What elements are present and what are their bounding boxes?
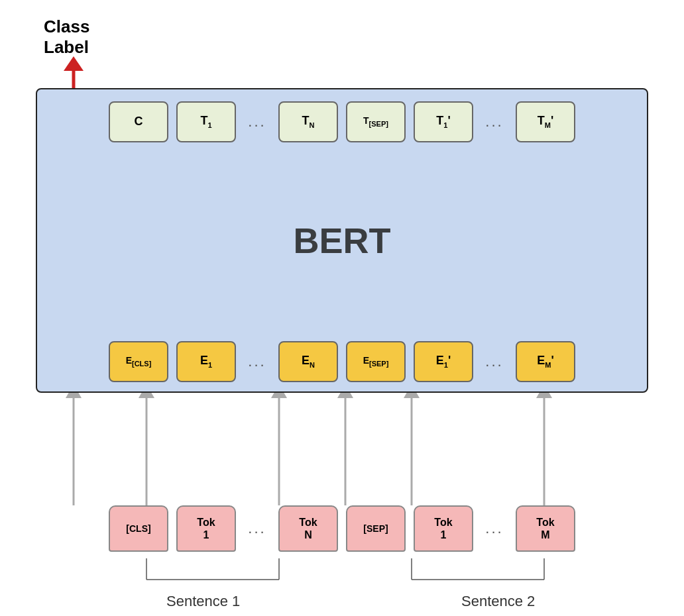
embedding-EMp: EM'	[516, 341, 575, 382]
output-token-TN: TN	[278, 101, 338, 142]
embedding-row: E[CLS] E1 ... EN E[SEP] E1' ... EM'	[24, 341, 660, 382]
embedding-dots-2: ...	[481, 353, 508, 370]
input-token-Tok1: Tok1	[176, 505, 236, 552]
embedding-dots-1: ...	[244, 353, 270, 370]
output-token-T1: T1	[176, 101, 236, 142]
output-token-T1p: T1'	[414, 101, 473, 142]
sentence2-label: Sentence 2	[461, 593, 535, 610]
output-token-TSEP: T[SEP]	[346, 101, 406, 142]
sentence1-label: Sentence 1	[166, 593, 240, 610]
embedding-EN: EN	[278, 341, 338, 382]
input-token-CLS: [CLS]	[109, 505, 168, 552]
output-token-C: C	[109, 101, 168, 142]
embedding-E1p: E1'	[414, 341, 473, 382]
svg-marker-4	[64, 56, 84, 71]
input-dots-1: ...	[244, 520, 270, 537]
embedding-ESEP: E[SEP]	[346, 341, 406, 382]
input-token-SEP: [SEP]	[346, 505, 406, 552]
input-token-TokM: TokM	[516, 505, 575, 552]
output-token-row: C T1 ... TN T[SEP] T1' ... TM'	[24, 101, 660, 142]
output-token-TMp: TM'	[516, 101, 575, 142]
embedding-ECLS: E[CLS]	[109, 341, 168, 382]
output-dots-2: ...	[481, 113, 508, 130]
embedding-E1: E1	[176, 341, 236, 382]
input-token-Tok1p: Tok1	[414, 505, 473, 552]
input-token-TokN: TokN	[278, 505, 338, 552]
input-token-row: [CLS] Tok1 ... TokN [SEP] Tok1 ... TokM	[24, 505, 660, 552]
output-dots-1: ...	[244, 113, 270, 130]
class-label-text: Class Label	[44, 17, 89, 58]
diagram-container: ... ...	[24, 17, 660, 599]
input-dots-2: ...	[481, 520, 508, 537]
